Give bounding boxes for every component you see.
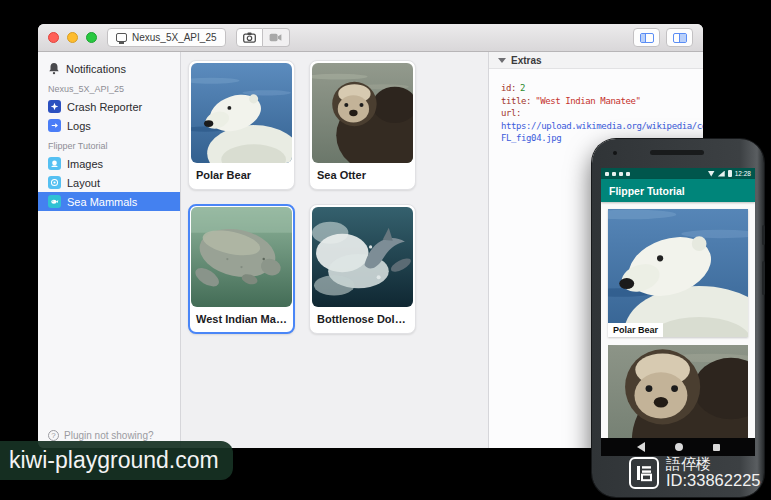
app-bar: Flipper Tutorial [601, 179, 755, 202]
sidebar-section-tutorial: Flipper Tutorial [38, 135, 180, 154]
sidebar-label: Crash Reporter [67, 101, 142, 113]
sidebar-item-sea-mammals[interactable]: Sea Mammals [38, 192, 180, 211]
android-nav-bar [601, 438, 755, 456]
recents-icon [713, 444, 720, 451]
sidebar-label: Layout [67, 177, 100, 189]
manatee-photo [191, 207, 292, 307]
images-icon [48, 157, 61, 170]
sidebar-item-layout[interactable]: Layout [38, 173, 180, 192]
extras-title: Extras [511, 55, 542, 66]
logs-icon [48, 119, 61, 132]
device-selector-label: Nexus_5X_API_25 [132, 32, 217, 43]
notification-icons [605, 172, 630, 176]
extras-row-id: id:2 [501, 82, 703, 95]
watermark-logo-icon [629, 457, 659, 489]
watermark-left-text: kiwi-playground.com [9, 447, 219, 474]
app-title: Flipper Tutorial [609, 185, 685, 197]
signal-icon [718, 171, 725, 177]
extras-row-title: title:"West Indian Manatee" [501, 95, 703, 108]
camera-icon [243, 32, 256, 43]
sea-mammals-gallery: Polar Bear Sea Otter West Indian Manatee [181, 52, 488, 448]
volume-button [762, 261, 765, 295]
watermark-user-id: ID:33862225 [666, 472, 761, 489]
json-key: title: [501, 96, 531, 106]
plugin-not-showing-link[interactable]: ? Plugin not showing? [48, 430, 154, 441]
back-icon [637, 442, 645, 452]
sidebar-item-crash-reporter[interactable]: Crash Reporter [38, 97, 180, 116]
notification-icon [619, 172, 623, 176]
gallery-card-polar-bear[interactable]: Polar Bear [188, 60, 295, 190]
wifi-icon [708, 171, 715, 177]
phone-screen: 12:28 Flipper Tutorial Polar Bear [601, 168, 755, 456]
sidebar-section-device: Nexus_5X_API_25 [38, 78, 180, 97]
card-title: West Indian Manatee [191, 307, 292, 331]
battery-icon [728, 170, 732, 177]
toggle-left-panel-button[interactable] [633, 28, 660, 47]
minimize-window-button[interactable] [67, 32, 78, 43]
sidebar-item-images[interactable]: Images [38, 154, 180, 173]
home-icon [675, 443, 683, 451]
sidebar-item-logs[interactable]: Logs [38, 116, 180, 135]
toggle-right-panel-button[interactable] [666, 28, 693, 47]
notification-icon [612, 172, 616, 176]
json-key: id: [501, 83, 516, 93]
gallery-card-sea-otter[interactable]: Sea Otter [309, 60, 416, 190]
card-title: Sea Otter [312, 163, 413, 187]
notification-icon [626, 172, 630, 176]
bell-icon [48, 62, 60, 75]
extras-inspector: id:2 title:"West Indian Manatee" url: ht… [489, 69, 703, 145]
json-value: 2 [520, 83, 525, 93]
polar-bear-photo [191, 63, 292, 163]
capture-button-group [236, 28, 290, 47]
phone-polar-bear-photo [608, 209, 748, 337]
notification-icon [605, 172, 609, 176]
video-camera-icon [269, 33, 282, 42]
crash-reporter-icon [48, 100, 61, 113]
sea-otter-photo [312, 63, 413, 163]
sea-mammals-icon [48, 195, 61, 208]
layout-icon [48, 176, 61, 189]
front-camera-dot [613, 151, 617, 155]
json-key: url: [501, 108, 521, 118]
power-button [762, 225, 765, 245]
left-panel-icon [640, 33, 654, 43]
sidebar-label: Logs [67, 120, 91, 132]
device-selector[interactable]: Nexus_5X_API_25 [107, 28, 226, 47]
close-window-button[interactable] [48, 32, 59, 43]
traffic-lights [48, 32, 97, 43]
status-icons: 12:28 [708, 170, 751, 177]
plugin-not-showing-label: Plugin not showing? [64, 430, 154, 441]
earpiece-speaker [650, 150, 704, 155]
url-link-line1[interactable]: https://upload.wikimedia.org/wikipedia/c… [501, 120, 703, 133]
zoom-window-button[interactable] [86, 32, 97, 43]
extras-header[interactable]: Extras [489, 52, 703, 69]
card-title: Bottlenose Dolphin [312, 307, 413, 331]
nexus-5x-phone: 12:28 Flipper Tutorial Polar Bear [592, 139, 764, 497]
gallery-card-west-indian-manatee[interactable]: West Indian Manatee [188, 204, 295, 334]
card-title: Polar Bear [191, 163, 292, 187]
sidebar-label: Sea Mammals [67, 196, 137, 208]
sidebar: Notifications Nexus_5X_API_25 Crash Repo… [38, 52, 181, 448]
sidebar-label: Images [67, 158, 103, 170]
watermark-site-name: 語倅楼 [666, 456, 761, 472]
extras-row-url: url: [501, 107, 703, 120]
sidebar-label: Notifications [66, 63, 126, 75]
app-content: Polar Bear [601, 202, 755, 438]
screen-record-button[interactable] [263, 28, 290, 47]
panel-toggle-group [633, 28, 693, 47]
right-panel-icon [673, 33, 687, 43]
phone-card-title: Polar Bear [608, 323, 663, 337]
device-monitor-icon [116, 33, 127, 42]
watermark-left: kiwi-playground.com [0, 441, 233, 480]
window-titlebar: Nexus_5X_API_25 [38, 24, 703, 52]
gallery-card-bottlenose-dolphin[interactable]: Bottlenose Dolphin [309, 204, 416, 334]
question-mark-icon: ? [48, 430, 59, 441]
sidebar-item-notifications[interactable]: Notifications [38, 59, 180, 78]
android-status-bar: 12:28 [601, 168, 755, 179]
screenshot-button[interactable] [236, 28, 263, 47]
screenshot-stage: Nexus_5X_API_25 [0, 0, 771, 500]
dolphin-photo [312, 207, 413, 307]
clock: 12:28 [735, 170, 751, 177]
watermark-text-block: 語倅楼 ID:33862225 [666, 456, 761, 489]
collapse-arrow-icon [498, 58, 506, 63]
